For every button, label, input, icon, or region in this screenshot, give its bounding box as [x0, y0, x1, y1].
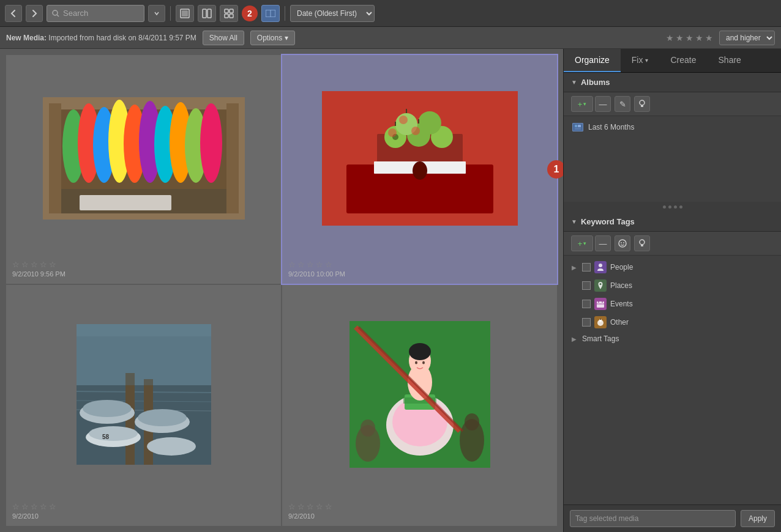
albums-remove-button[interactable]: —: [595, 96, 611, 112]
star-1[interactable]: ★: [666, 33, 674, 43]
photo-cell-3[interactable]: 58 ☆ ☆ ☆ ☆ ☆ 9/2/2010: [6, 285, 281, 526]
grid-view-button[interactable]: [220, 5, 238, 22]
photo-image-3: 58: [77, 324, 211, 465]
tag-row-people[interactable]: ▶ People: [564, 258, 781, 276]
tag-row-other[interactable]: Other: [564, 313, 781, 331]
svg-point-41: [388, 128, 397, 137]
photo-image-container-1: [12, 61, 275, 255]
view-toggle-button[interactable]: [261, 5, 280, 22]
search-input[interactable]: [63, 9, 136, 18]
tag-checkbox-events[interactable]: [582, 300, 591, 308]
keyword-tags-section: ▼ Keyword Tags + ▾ —: [564, 212, 781, 504]
tab-fix[interactable]: Fix ▾: [621, 49, 660, 72]
forward-button[interactable]: [26, 5, 43, 22]
tag-icon-other: [594, 316, 607, 328]
keyword-tags-add-group: + ▾ —: [571, 235, 611, 251]
and-higher-select[interactable]: and higher and lower only: [719, 31, 775, 45]
svg-point-85: [621, 242, 622, 243]
svg-point-44: [413, 161, 427, 180]
step-badge-2: 2: [242, 6, 258, 21]
dot-1: [663, 205, 666, 209]
tag-checkbox-places[interactable]: [582, 281, 591, 290]
svg-rect-3: [182, 10, 188, 17]
albums-add-button[interactable]: + ▾: [571, 96, 593, 112]
tag-selected-media-input[interactable]: [570, 510, 736, 527]
sort-select[interactable]: Date (Oldest First) Date (Newest First) …: [290, 5, 375, 22]
svg-point-87: [640, 240, 645, 245]
lightbulb-2-icon: [638, 239, 646, 248]
side-by-side-button[interactable]: [198, 5, 216, 22]
separator-1: [170, 6, 171, 21]
album-item-last6months[interactable]: Last 6 Months: [564, 120, 781, 135]
svg-rect-25: [49, 103, 61, 213]
smart-tags-row[interactable]: ▶ Smart Tags: [564, 331, 781, 346]
photo-meta-1: ☆ ☆ ☆ ☆ ☆ 9/2/2010 9:56 PM: [12, 260, 275, 278]
other-icon: [596, 318, 605, 327]
album-label: Last 6 Months: [588, 123, 634, 131]
apply-button[interactable]: Apply: [741, 510, 775, 527]
star-5[interactable]: ★: [705, 33, 713, 43]
keyword-tags-section-header[interactable]: ▼ Keyword Tags: [564, 212, 781, 232]
search-dropdown-button[interactable]: [148, 5, 165, 22]
keyword-tags-info-button[interactable]: [634, 235, 650, 251]
photo-image-4: [349, 321, 490, 468]
tag-row-events[interactable]: Events: [564, 295, 781, 313]
tab-bar: Organize Fix ▾ Create Share: [564, 49, 781, 73]
main-layout: ☆ ☆ ☆ ☆ ☆ 9/2/2010 9:56 PM: [0, 49, 781, 532]
albums-chevron: ▼: [571, 79, 577, 86]
photo-cell-1[interactable]: ☆ ☆ ☆ ☆ ☆ 9/2/2010 9:56 PM: [6, 55, 281, 284]
photo-date-3: 9/2/2010: [12, 512, 39, 520]
dot-2: [668, 205, 671, 209]
keyword-tags-add-button[interactable]: + ▾: [571, 235, 593, 251]
photo-image-1: [43, 97, 245, 220]
albums-list: Last 6 Months: [564, 116, 781, 202]
photo-date-1: 9/2/2010 9:56 PM: [12, 270, 65, 278]
keyword-tags-chevron: ▼: [571, 218, 577, 225]
tab-organize[interactable]: Organize: [564, 49, 621, 72]
keyword-tags-face-button[interactable]: [615, 235, 630, 251]
svg-rect-82: [578, 125, 581, 127]
album-icon: [572, 123, 583, 131]
options-button[interactable]: Options ▾: [250, 31, 295, 45]
keyword-tags-remove-button[interactable]: —: [595, 235, 611, 251]
tag-checkbox-other[interactable]: [582, 318, 591, 327]
albums-toolbar: + ▾ — ✎: [564, 92, 781, 116]
show-all-button[interactable]: Show All: [203, 31, 244, 45]
photo-cell-4[interactable]: ☆ ☆ ☆ ☆ ☆ 9/2/2010: [282, 285, 557, 526]
separator-2: [285, 6, 285, 21]
albums-info-button[interactable]: [634, 96, 650, 112]
svg-point-23: [200, 103, 222, 183]
tab-share[interactable]: Share: [708, 49, 752, 72]
smart-tags-expand[interactable]: ▶: [570, 336, 578, 342]
svg-rect-88: [641, 245, 643, 246]
grid-view-icon: [224, 9, 234, 18]
star-3[interactable]: ★: [686, 33, 693, 43]
svg-rect-81: [575, 125, 577, 127]
svg-rect-6: [225, 9, 228, 13]
back-button[interactable]: [5, 5, 22, 22]
albums-edit-button[interactable]: ✎: [615, 96, 630, 112]
tab-create[interactable]: Create: [659, 49, 707, 72]
albums-section: ▼ Albums + ▾ — ✎: [564, 73, 781, 202]
photo-image-container-4: [288, 291, 551, 497]
svg-rect-8: [225, 14, 228, 18]
svg-point-55: [138, 409, 187, 426]
tag-row-places[interactable]: Places: [564, 276, 781, 295]
tag-expand-people[interactable]: ▶: [570, 264, 578, 271]
tag-checkbox-people[interactable]: [582, 263, 591, 272]
keyword-tags-title: Keyword Tags: [581, 217, 635, 226]
svg-point-43: [399, 116, 408, 124]
star-4[interactable]: ★: [695, 33, 703, 43]
full-view-button[interactable]: [176, 5, 194, 22]
svg-line-1: [57, 15, 59, 17]
star-2[interactable]: ★: [676, 33, 684, 43]
albums-section-header[interactable]: ▼ Albums: [564, 73, 781, 92]
svg-point-78: [640, 100, 645, 105]
svg-point-84: [619, 240, 626, 247]
people-icon: [596, 263, 605, 272]
tag-icon-places: [594, 279, 607, 292]
photo-date-4: 9/2/2010: [288, 512, 315, 520]
photo-stars-4: ☆ ☆ ☆ ☆ ☆: [288, 502, 332, 511]
photo-cell-2[interactable]: ☆ ☆ ☆ ☆ ☆ 9/2/2010 10:00 PM 1: [282, 55, 557, 284]
info-bar: New Media: Imported from hard disk on 8/…: [0, 27, 781, 49]
